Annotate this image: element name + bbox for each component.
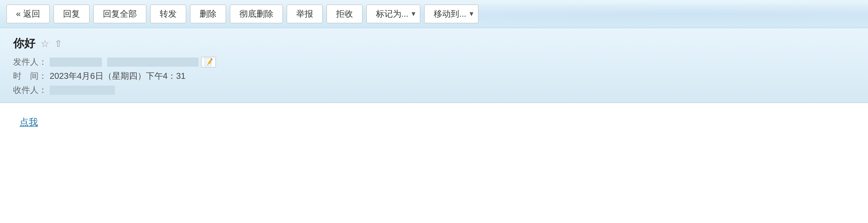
email-body: 点我	[0, 103, 868, 223]
recipient-label: 收件人：	[13, 84, 47, 96]
sender-row: 发件人： 📝	[13, 56, 855, 68]
star-icon[interactable]: ☆	[40, 38, 49, 49]
time-value: 2023年4月6日（星期四）下午4：31	[50, 70, 185, 82]
recipient-row: 收件人：	[13, 84, 855, 96]
mark-as-dropdown-arrow: ▼	[410, 10, 417, 18]
address-book-icon[interactable]: 📝	[201, 57, 216, 67]
flag-icon[interactable]: ⇧	[55, 38, 62, 49]
toolbar: « 返回 回复 回复全部 转发 删除 彻底删除 举报 拒收 标记为... ▼ 移…	[0, 0, 868, 28]
permanent-delete-button[interactable]: 彻底删除	[230, 5, 283, 23]
reply-button[interactable]: 回复	[54, 5, 90, 23]
email-subject: 你好	[13, 36, 35, 51]
delete-button[interactable]: 删除	[190, 5, 226, 23]
email-header: 你好 ☆ ⇧ 发件人： 📝 时 间： 2023年4月6日（星期四）下午4：31 …	[0, 28, 868, 103]
mark-as-button[interactable]: 标记为... ▼	[366, 5, 420, 23]
back-button[interactable]: « 返回	[6, 5, 50, 23]
time-row: 时 间： 2023年4月6日（星期四）下午4：31	[13, 70, 855, 82]
subject-row: 你好 ☆ ⇧	[13, 36, 855, 51]
email-meta: 发件人： 📝 时 间： 2023年4月6日（星期四）下午4：31 收件人：	[13, 56, 855, 96]
move-to-dropdown-arrow: ▼	[468, 10, 475, 18]
sender-name	[50, 58, 102, 67]
reject-button[interactable]: 拒收	[327, 5, 363, 23]
recipient-value	[50, 86, 115, 95]
report-button[interactable]: 举报	[287, 5, 323, 23]
forward-button[interactable]: 转发	[150, 5, 186, 23]
time-label: 时 间：	[13, 70, 47, 82]
move-to-button[interactable]: 移动到... ▼	[424, 5, 478, 23]
sender-label: 发件人：	[13, 56, 47, 68]
sender-email	[107, 58, 198, 67]
reply-all-button[interactable]: 回复全部	[93, 5, 146, 23]
email-body-link[interactable]: 点我	[20, 117, 38, 127]
